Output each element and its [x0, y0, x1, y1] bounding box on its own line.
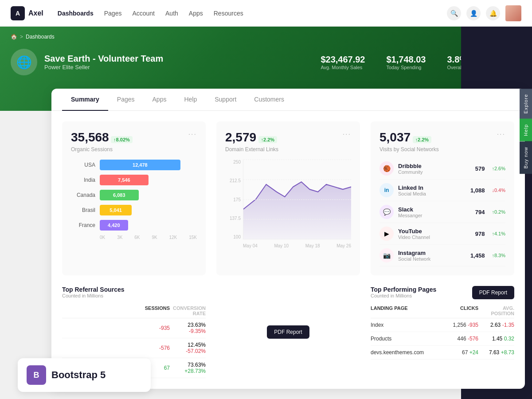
- user-icon[interactable]: 👤: [466, 6, 481, 20]
- youtube-icon: ▶: [379, 227, 394, 241]
- brand[interactable]: A Axel: [11, 6, 43, 20]
- conv-chg-2: -57.02%: [186, 348, 206, 354]
- axis-3k: 3K: [117, 235, 122, 240]
- pdf-report-btn-2[interactable]: PDF Report: [472, 286, 514, 299]
- bar-fill-brasil: 5,041: [100, 205, 132, 215]
- axis-15k: 15K: [189, 235, 197, 240]
- help-btn[interactable]: Help: [520, 119, 532, 141]
- pages-sub: Counted in Millions: [371, 293, 436, 298]
- x-may18: May 18: [305, 243, 320, 248]
- pdf-report-btn[interactable]: PDF Report: [267, 325, 309, 339]
- nav-apps[interactable]: Apps: [189, 8, 203, 19]
- bar-row-india: India 7,546: [71, 175, 197, 185]
- widget1-more[interactable]: ···: [188, 130, 197, 138]
- instagram-count: 1,458: [470, 252, 485, 259]
- widget-organic-sessions: 35,568 ↑8.02% Organic Sessions ··· USA 1…: [62, 121, 206, 275]
- tab-pages[interactable]: Pages: [108, 89, 144, 111]
- axis-12k: 12K: [169, 235, 177, 240]
- conv-chg-1: -9.35%: [189, 328, 206, 334]
- conv-pct-3: 73.63%: [188, 362, 206, 368]
- brand-name: Axel: [28, 9, 43, 17]
- grid-line-1: [243, 180, 351, 180]
- tab-support[interactable]: Support: [206, 89, 245, 111]
- tab-apps[interactable]: Apps: [144, 89, 176, 111]
- nav-account[interactable]: Account: [132, 8, 155, 19]
- grid-line-3: [243, 219, 351, 219]
- col-source: [62, 305, 134, 316]
- referral-conv-2: 12.45% -57.02%: [170, 342, 206, 354]
- nav-pages[interactable]: Pages: [104, 8, 122, 19]
- pages-table-header: LANDING PAGE CLICKS AVG. POSITION: [371, 304, 514, 318]
- bootstrap-text: Bootstrap 5: [51, 369, 106, 381]
- tab-customers[interactable]: Customers: [245, 89, 293, 111]
- widget2-value: 2,579: [225, 130, 256, 144]
- col-clicks-hdr: CLICKS: [442, 305, 478, 316]
- social-instagram: 📷 Instagram Social Network 1,458 ↑8.3%: [379, 245, 505, 266]
- widget3-title: 5,037 ↑2.2% Visits by Social Networks: [379, 130, 439, 153]
- bar-label-india: India: [71, 177, 95, 183]
- instagram-cat: Social Network: [398, 256, 466, 262]
- bar-label-france: France: [71, 222, 95, 228]
- nav-dashboards[interactable]: Dashboards: [58, 8, 94, 19]
- page-row-1: Index 1,256 -935 2.63 -1.35: [371, 318, 514, 332]
- linkedin-count: 1,088: [470, 187, 485, 194]
- avatar[interactable]: [505, 5, 521, 21]
- slack-count: 794: [475, 209, 485, 215]
- bar-container-india: 7,546: [100, 175, 197, 185]
- stat-val-spending: $1,748.03: [387, 55, 426, 65]
- youtube-info: YouTube Video Channel: [398, 228, 471, 240]
- youtube-count: 978: [475, 231, 485, 237]
- stat-label-spending: Today Spending: [387, 65, 426, 70]
- bar-axis: 0K 3K 6K 9K 12K 15K: [71, 235, 197, 240]
- bar-fill-canada: 6,083: [100, 190, 139, 200]
- referral-title: Top Referral Sources: [62, 286, 206, 293]
- buynow-btn[interactable]: Buy now: [520, 141, 532, 174]
- y-175: 175: [225, 197, 241, 202]
- bar-fill-france: 4,420: [100, 220, 128, 231]
- widget-domain-links: 2,579 ↑2.2% Domain External Links ··· 25…: [216, 121, 360, 275]
- widget1-header: 35,568 ↑8.02% Organic Sessions ···: [71, 130, 197, 153]
- bar-container-usa: 12,478: [100, 160, 197, 170]
- col-landing: LANDING PAGE: [371, 305, 442, 316]
- referral-sess-2: -576: [134, 345, 170, 351]
- referral-row-2: -576 12.45% -57.02%: [62, 338, 206, 358]
- brand-icon: A: [11, 6, 25, 20]
- slack-change: ↑0.2%: [492, 209, 505, 215]
- linkedin-name: Linked In: [398, 184, 466, 191]
- linkedin-icon: in: [379, 183, 394, 197]
- nav-resources[interactable]: Resources: [214, 8, 243, 19]
- search-icon[interactable]: 🔍: [447, 6, 461, 20]
- axis-6k: 6K: [134, 235, 140, 240]
- explore-btn[interactable]: Explore: [520, 89, 532, 119]
- widget2-badge: ↑2.2%: [258, 136, 278, 143]
- tab-summary[interactable]: Summary: [62, 89, 108, 111]
- page-pos-2: 1.45 0.32: [478, 336, 514, 342]
- stat-monthly-sales: $23,467.92 Avg. Monthly Sales: [321, 55, 365, 70]
- page-name-2: Products: [371, 336, 442, 342]
- breadcrumb-current: Dashboards: [26, 34, 55, 40]
- page-pos-3: 7.63 +8.73: [478, 349, 514, 356]
- widget2-more[interactable]: ···: [343, 130, 351, 138]
- clicks-chg-1: -935: [468, 322, 478, 328]
- instagram-change: ↑8.3%: [492, 253, 505, 258]
- widget1-value: 35,568: [71, 130, 109, 144]
- referral-row-1: -935 23.63% -9.35%: [62, 318, 206, 338]
- y-250: 250: [225, 160, 241, 164]
- page-row-3: devs.keenthemes.com 67 +24 7.63 +8.73: [371, 346, 514, 360]
- navbar: A Axel Dashboards Pages Account Auth App…: [0, 0, 532, 27]
- bar-container-france: 4,420: [100, 220, 197, 231]
- bar-label-usa: USA: [71, 162, 95, 168]
- nav-auth[interactable]: Auth: [165, 8, 178, 19]
- bar-label-canada: Canada: [71, 192, 95, 198]
- navbar-right: 🔍 👤 🔔: [447, 5, 521, 21]
- dribbble-count: 579: [475, 165, 485, 172]
- tab-help[interactable]: Help: [175, 89, 206, 111]
- profile-info: Save Earth - Volunteer Team Power Elite …: [44, 54, 163, 70]
- social-slack: 💬 Slack Messanger 794 ↑0.2%: [379, 201, 505, 223]
- social-linkedin: in Linked In Social Media 1,088 ↓0.4%: [379, 180, 505, 201]
- slack-cat: Messanger: [398, 213, 471, 218]
- breadcrumb-home[interactable]: 🏠: [11, 34, 17, 40]
- notifications-icon[interactable]: 🔔: [486, 6, 500, 20]
- widget3-more[interactable]: ···: [497, 130, 505, 138]
- grid-line-2: [243, 200, 351, 200]
